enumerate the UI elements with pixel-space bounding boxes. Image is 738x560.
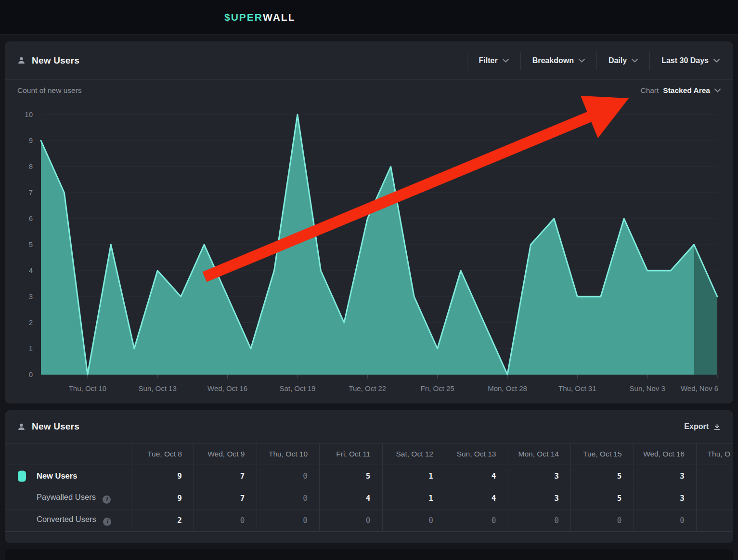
column-header: Tue, Oct 8 bbox=[131, 443, 194, 465]
table-cell: 2 bbox=[131, 509, 194, 532]
download-icon bbox=[713, 423, 721, 430]
table-cell: 0 bbox=[634, 509, 697, 532]
table-cell: 0 bbox=[508, 509, 571, 532]
chevron-down-icon bbox=[503, 59, 509, 63]
y-axis-tick-label: 5 bbox=[29, 240, 33, 248]
column-header: Wed, Oct 9 bbox=[194, 443, 257, 465]
table-cell: 7 bbox=[194, 487, 257, 509]
info-icon[interactable]: i bbox=[103, 518, 111, 526]
table-cell: 1 bbox=[382, 487, 445, 509]
x-axis-tick-label: Sat, Oct 19 bbox=[279, 384, 315, 392]
table-row: Paywalled Usersi970414353 bbox=[5, 487, 733, 509]
table-cell: 4 bbox=[445, 465, 508, 487]
table-cell: 0 bbox=[194, 509, 257, 532]
table-cell bbox=[697, 487, 734, 509]
y-axis-tick-label: 0 bbox=[29, 370, 33, 378]
chevron-down-icon bbox=[714, 89, 721, 92]
table-cell: 7 bbox=[194, 465, 257, 487]
table-cell: 3 bbox=[508, 487, 571, 509]
table-cell: 3 bbox=[634, 465, 697, 487]
chevron-down-icon bbox=[632, 59, 638, 63]
chart-type-label: Chart bbox=[640, 86, 659, 95]
topbar: $UPERWALL bbox=[0, 0, 738, 35]
table-cell: 0 bbox=[257, 509, 320, 532]
chart-card-title-group: New Users bbox=[17, 55, 79, 66]
table-row: Converted Usersi200000000 bbox=[5, 509, 733, 532]
table-cell: 0 bbox=[445, 509, 508, 532]
chart-subheader: Count of new users Chart Stacked Area bbox=[17, 82, 721, 99]
chevron-down-icon bbox=[713, 59, 720, 63]
y-axis-tick-label: 2 bbox=[29, 318, 33, 326]
x-axis-tick-label: Fri, Oct 25 bbox=[421, 384, 454, 392]
control-breakdown[interactable]: Breakdown bbox=[520, 52, 596, 70]
table-card-header: New Users Export bbox=[5, 410, 733, 443]
table-cell: 3 bbox=[634, 487, 697, 509]
table-cell: 9 bbox=[131, 465, 194, 487]
x-axis-tick-label: Tue, Oct 22 bbox=[349, 384, 386, 392]
export-label: Export bbox=[684, 422, 709, 431]
table-cell: 5 bbox=[320, 465, 383, 487]
next-section-edge bbox=[5, 549, 733, 560]
export-button[interactable]: Export bbox=[684, 422, 721, 431]
y-axis-tick-label: 10 bbox=[25, 111, 33, 118]
person-icon bbox=[17, 423, 26, 431]
x-axis-tick-label: Mon, Oct 28 bbox=[488, 384, 527, 392]
chart-card-header: New Users FilterBreakdownDailyLast 30 Da… bbox=[5, 41, 733, 80]
row-label: Paywalled Usersi bbox=[5, 487, 131, 509]
logo-teal-part: $UPER bbox=[224, 12, 263, 23]
table-cell bbox=[697, 465, 734, 487]
x-axis-tick-label: Wed, Oct 16 bbox=[207, 384, 247, 392]
table-row: New Users970514353 bbox=[5, 465, 733, 487]
column-header: Sun, Oct 13 bbox=[445, 443, 508, 465]
table-title: New Users bbox=[32, 421, 79, 432]
area-chart[interactable]: 012345678910Thu, Oct 10Sun, Oct 13Wed, O… bbox=[10, 111, 722, 400]
x-axis-tick-label: Wed, Nov 6 bbox=[681, 384, 718, 392]
table-card: New Users Export Tue, Oct 8Wed, Oct 9Thu… bbox=[5, 410, 733, 543]
table-cell: 9 bbox=[131, 487, 194, 509]
info-icon[interactable]: i bbox=[103, 495, 111, 504]
y-axis-tick-label: 6 bbox=[29, 214, 33, 222]
table-corner-cell bbox=[5, 443, 131, 465]
row-label: New Users bbox=[5, 465, 131, 487]
table-cell: 0 bbox=[257, 487, 320, 509]
row-label-text: Paywalled Users bbox=[37, 493, 96, 501]
table-cell: 0 bbox=[320, 509, 383, 532]
y-axis-tick-label: 1 bbox=[29, 344, 33, 352]
table-cell: 5 bbox=[571, 487, 634, 509]
control-daily[interactable]: Daily bbox=[596, 52, 649, 70]
row-label: Converted Usersi bbox=[5, 509, 131, 532]
y-axis-tick-label: 3 bbox=[29, 292, 33, 300]
control-label: Last 30 Days bbox=[661, 56, 709, 65]
column-header: Fri, Oct 11 bbox=[320, 443, 383, 465]
column-header: Mon, Oct 14 bbox=[508, 443, 571, 465]
table-cell: 0 bbox=[571, 509, 634, 532]
column-header: Thu, Oct 10 bbox=[257, 443, 320, 465]
table-cell: 0 bbox=[257, 465, 320, 487]
x-axis-tick-label: Sun, Nov 3 bbox=[630, 384, 665, 392]
area-fill-current-period bbox=[694, 245, 717, 375]
control-label: Filter bbox=[479, 56, 498, 65]
table-cell: 1 bbox=[382, 465, 445, 487]
y-axis-tick-label: 7 bbox=[29, 188, 33, 196]
chart-type-value: Stacked Area bbox=[663, 86, 710, 95]
new-users-table: Tue, Oct 8Wed, Oct 9Thu, Oct 10Fri, Oct … bbox=[5, 443, 733, 532]
table-cell: 4 bbox=[445, 487, 508, 509]
control-filter[interactable]: Filter bbox=[467, 52, 520, 70]
x-axis-tick-label: Thu, Oct 10 bbox=[69, 384, 106, 392]
chart-subtitle: Count of new users bbox=[17, 86, 82, 95]
chart-controls: FilterBreakdownDailyLast 30 Days bbox=[467, 52, 721, 70]
y-axis-tick-label: 8 bbox=[29, 162, 33, 170]
column-header: Thu, O bbox=[697, 443, 734, 465]
person-icon bbox=[17, 56, 26, 65]
table-cell bbox=[697, 509, 734, 532]
row-label-text: Converted Users bbox=[37, 515, 96, 523]
x-axis-tick-label: Thu, Oct 31 bbox=[558, 384, 596, 392]
chart-type-selector[interactable]: Chart Stacked Area bbox=[640, 86, 721, 95]
control-last-30-days[interactable]: Last 30 Days bbox=[649, 52, 721, 70]
table-cell: 3 bbox=[508, 465, 571, 487]
y-axis-tick-label: 9 bbox=[29, 136, 33, 144]
chevron-down-icon bbox=[579, 59, 585, 63]
control-label: Breakdown bbox=[532, 56, 574, 65]
column-header: Wed, Oct 16 bbox=[634, 443, 697, 465]
row-label-text: New Users bbox=[37, 471, 77, 480]
